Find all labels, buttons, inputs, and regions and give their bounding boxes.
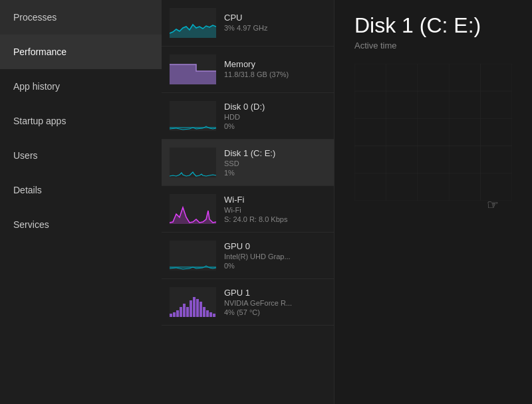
- device-thumb-wifi: [170, 194, 216, 224]
- device-thumb-cpu: [170, 8, 216, 38]
- device-name-memory: Memory: [224, 59, 289, 69]
- chart-grid: [354, 64, 512, 201]
- device-name-wifi: Wi-Fi: [224, 195, 287, 205]
- device-thumb-memory: [170, 54, 216, 84]
- sidebar-item-startup-apps[interactable]: Startup apps: [0, 104, 162, 138]
- device-item-cpu[interactable]: CPU3% 4.97 GHz: [162, 0, 334, 47]
- device-thumb-disk0: [170, 101, 216, 131]
- svg-rect-20: [203, 307, 205, 317]
- detail-panel: Disk 1 (C: E:) Active time ☞: [334, 0, 532, 404]
- device-name-gpu1: GPU 1: [224, 288, 292, 298]
- svg-rect-12: [176, 310, 179, 317]
- device-item-disk0[interactable]: Disk 0 (D:)HDD0%: [162, 93, 334, 140]
- device-item-gpu1[interactable]: GPU 1NVIDIA GeForce R...4% (57 °C): [162, 279, 334, 326]
- device-thumb-gpu0: [170, 241, 216, 270]
- device-info-gpu0: GPU 0Intel(R) UHD Grap...0%: [224, 241, 291, 270]
- chart-area: ☞: [354, 64, 512, 330]
- svg-rect-5: [170, 148, 216, 177]
- device-sub-wifi: Wi-Fi: [224, 206, 287, 214]
- sidebar-item-details[interactable]: Details: [0, 173, 162, 207]
- device-name-gpu0: GPU 0: [224, 241, 291, 251]
- cursor-indicator: ☞: [487, 197, 499, 213]
- device-sub-gpu1: NVIDIA GeForce R...: [224, 299, 292, 307]
- device-thumb-gpu1: [170, 287, 216, 317]
- device-name-disk1: Disk 1 (C: E:): [224, 148, 275, 158]
- sidebar-item-app-history[interactable]: App history: [0, 69, 162, 104]
- device-info-memory: Memory11.8/31.8 GB (37%): [224, 59, 289, 80]
- svg-rect-16: [190, 300, 192, 317]
- svg-rect-4: [170, 101, 216, 131]
- svg-rect-23: [213, 314, 215, 317]
- svg-rect-13: [180, 307, 182, 317]
- sidebar: ProcessesPerformanceApp historyStartup a…: [0, 0, 162, 404]
- device-info-gpu1: GPU 1NVIDIA GeForce R...4% (57 °C): [224, 288, 292, 316]
- device-value-gpu1: 4% (57 °C): [224, 308, 292, 316]
- device-sub-gpu0: Intel(R) UHD Grap...: [224, 252, 291, 260]
- sidebar-item-services[interactable]: Services: [0, 207, 162, 242]
- svg-rect-8: [170, 241, 216, 270]
- device-value-disk1: 1%: [224, 169, 275, 177]
- sidebar-item-users[interactable]: Users: [0, 138, 162, 173]
- device-name-cpu: CPU: [224, 13, 267, 23]
- device-value-gpu0: 0%: [224, 262, 291, 270]
- sidebar-item-performance[interactable]: Performance: [0, 35, 162, 69]
- svg-rect-17: [193, 297, 196, 317]
- detail-title: Disk 1 (C: E:): [354, 13, 512, 38]
- device-item-wifi[interactable]: Wi-FiWi-FiS: 24.0 R: 8.0 Kbps: [162, 186, 334, 233]
- device-item-disk1[interactable]: Disk 1 (C: E:)SSD1%: [162, 140, 334, 186]
- device-info-cpu: CPU3% 4.97 GHz: [224, 13, 267, 33]
- svg-rect-15: [186, 307, 189, 317]
- device-thumb-disk1: [170, 148, 216, 177]
- device-value-disk0: 0%: [224, 122, 265, 130]
- device-sub-disk0: HDD: [224, 113, 265, 121]
- detail-subtitle: Active time: [354, 41, 512, 50]
- svg-rect-10: [170, 314, 172, 317]
- main-content: CPU3% 4.97 GHzMemory11.8/31.8 GB (37%)Di…: [162, 0, 532, 404]
- svg-rect-11: [173, 312, 176, 317]
- device-item-gpu0[interactable]: GPU 0Intel(R) UHD Grap...0%: [162, 233, 334, 279]
- device-list: CPU3% 4.97 GHzMemory11.8/31.8 GB (37%)Di…: [162, 0, 334, 404]
- device-sub-memory: 11.8/31.8 GB (37%): [224, 70, 289, 78]
- device-info-disk1: Disk 1 (C: E:)SSD1%: [224, 148, 275, 177]
- svg-rect-19: [200, 302, 202, 317]
- device-item-memory[interactable]: Memory11.8/31.8 GB (37%): [162, 47, 334, 93]
- device-name-disk0: Disk 0 (D:): [224, 102, 265, 112]
- svg-rect-18: [196, 299, 199, 317]
- device-value-wifi: S: 24.0 R: 8.0 Kbps: [224, 215, 287, 223]
- device-sub-cpu: 3% 4.97 GHz: [224, 24, 267, 32]
- svg-rect-14: [183, 304, 186, 317]
- device-sub-disk1: SSD: [224, 159, 275, 167]
- device-info-wifi: Wi-FiWi-FiS: 24.0 R: 8.0 Kbps: [224, 195, 287, 223]
- svg-rect-22: [209, 312, 212, 317]
- svg-rect-21: [206, 310, 209, 317]
- device-info-disk0: Disk 0 (D:)HDD0%: [224, 102, 265, 130]
- sidebar-item-processes[interactable]: Processes: [0, 0, 162, 35]
